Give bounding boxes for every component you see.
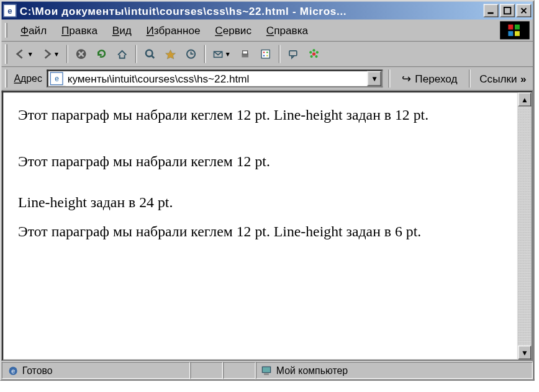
svg-point-24 (312, 49, 315, 51)
svg-point-26 (315, 55, 317, 58)
address-separator (469, 69, 471, 87)
svg-rect-1 (504, 7, 511, 14)
links-section[interactable]: Ссылки » (476, 73, 530, 85)
print-button[interactable] (235, 44, 255, 64)
refresh-button[interactable] (92, 44, 112, 64)
svg-point-28 (309, 51, 312, 53)
toolbar-separator (66, 45, 68, 63)
svg-rect-31 (262, 367, 270, 372)
paragraph-lh12: Этот параграф мы набрали кеглем 12 pt. L… (18, 107, 502, 122)
svg-point-25 (315, 51, 318, 53)
svg-point-11 (146, 50, 153, 57)
search-button[interactable] (140, 44, 160, 64)
menu-favorites[interactable]: Избранное (140, 22, 207, 38)
svg-point-19 (266, 51, 268, 53)
svg-rect-4 (508, 25, 513, 30)
paragraph-lh24-line2: Line-height задан в 24 pt. (18, 187, 502, 217)
toolbar-separator (204, 45, 206, 63)
go-label: Переход (415, 73, 457, 85)
svg-point-21 (266, 55, 268, 56)
address-label: Адрес (12, 73, 44, 84)
status-ready-panel: e Готово (2, 362, 191, 379)
ie-app-icon: e (3, 4, 16, 17)
content-area: Этот параграф мы набрали кеглем 12 pt. L… (2, 91, 533, 362)
go-arrow-icon: ↪ (402, 72, 412, 85)
window-buttons (484, 4, 532, 17)
icq-button[interactable] (304, 44, 324, 64)
status-panel-3 (223, 362, 256, 379)
menu-view[interactable]: Вид (106, 22, 138, 38)
window-title: C:\Мои документы\intuit\courses\css\hs~2… (20, 4, 484, 17)
vertical-scrollbar[interactable]: ▲ ▼ (517, 92, 531, 359)
svg-rect-5 (515, 25, 520, 30)
back-button[interactable]: ▼ (11, 44, 37, 64)
svg-rect-0 (487, 12, 493, 14)
history-button[interactable] (181, 44, 201, 64)
maximize-button[interactable] (500, 4, 515, 17)
menu-help[interactable]: Справка (260, 22, 314, 38)
menu-tools[interactable]: Сервис (209, 22, 258, 38)
ie-throbber-icon (500, 21, 530, 39)
scroll-track[interactable] (518, 107, 531, 345)
statusbar: e Готово Мой компьютер (2, 361, 533, 379)
address-combo[interactable]: e ▼ (47, 69, 383, 87)
ie-small-icon: e (7, 365, 19, 376)
minimize-button[interactable] (484, 4, 499, 17)
address-dropdown-button[interactable]: ▼ (368, 71, 381, 86)
chevron-right-icon: » (520, 73, 527, 85)
my-computer-icon (261, 365, 273, 376)
scroll-down-button[interactable]: ▼ (518, 345, 531, 359)
svg-rect-17 (261, 50, 270, 58)
svg-text:e: e (11, 367, 15, 374)
mail-button[interactable]: ▼ (209, 44, 234, 64)
browser-window: e C:\Мои документы\intuit\courses\css\hs… (0, 0, 535, 381)
discuss-button[interactable] (283, 44, 303, 64)
svg-rect-22 (289, 51, 297, 56)
svg-point-20 (263, 55, 265, 56)
go-button[interactable]: ↪ Переход (396, 69, 463, 87)
favorites-button[interactable] (161, 44, 181, 64)
svg-rect-16 (242, 51, 247, 54)
links-label: Ссылки (479, 73, 517, 85)
status-zone-label: Мой компьютер (276, 365, 348, 376)
svg-point-23 (312, 52, 315, 55)
menu-edit[interactable]: Правка (55, 22, 104, 38)
svg-rect-6 (508, 31, 513, 36)
status-ready-label: Готово (22, 365, 53, 376)
titlebar: e C:\Мои документы\intuit\courses\css\hs… (2, 2, 533, 20)
svg-rect-7 (515, 31, 520, 36)
svg-point-18 (263, 51, 265, 53)
menubar-grip[interactable] (5, 23, 7, 38)
status-zone-panel: Мой компьютер (256, 362, 533, 379)
address-separator (389, 69, 391, 87)
menu-file[interactable]: Файл (14, 22, 53, 38)
address-bar: Адрес e ▼ ↪ Переход Ссылки » (2, 67, 533, 91)
toolbar: ▼ ▼ ▼ (2, 42, 533, 67)
svg-point-27 (310, 55, 312, 58)
paragraph-lh6: Этот параграф мы набрали кеглем 12 pt. L… (18, 228, 502, 236)
paragraph-lh24-line1: Этот параграф мы набрали кеглем 12 pt. (18, 146, 502, 176)
toolbar-grip[interactable] (5, 44, 7, 64)
scroll-up-button[interactable]: ▲ (518, 92, 531, 106)
svg-rect-32 (264, 373, 269, 375)
forward-button[interactable]: ▼ (38, 44, 63, 64)
status-panel-2 (190, 362, 223, 379)
toolbar-separator (135, 45, 137, 63)
page-body: Этот параграф мы набрали кеглем 12 pt. L… (3, 92, 517, 359)
stop-button[interactable] (71, 44, 91, 64)
home-button[interactable] (112, 44, 132, 64)
svg-line-12 (152, 56, 154, 58)
page-icon: e (50, 72, 63, 85)
address-input[interactable] (66, 72, 368, 86)
close-button[interactable] (517, 4, 532, 17)
addressbar-grip[interactable] (5, 69, 7, 87)
edit-button[interactable] (256, 44, 276, 64)
toolbar-separator (278, 45, 280, 63)
menubar: Файл Правка Вид Избранное Сервис Справка (2, 20, 533, 42)
